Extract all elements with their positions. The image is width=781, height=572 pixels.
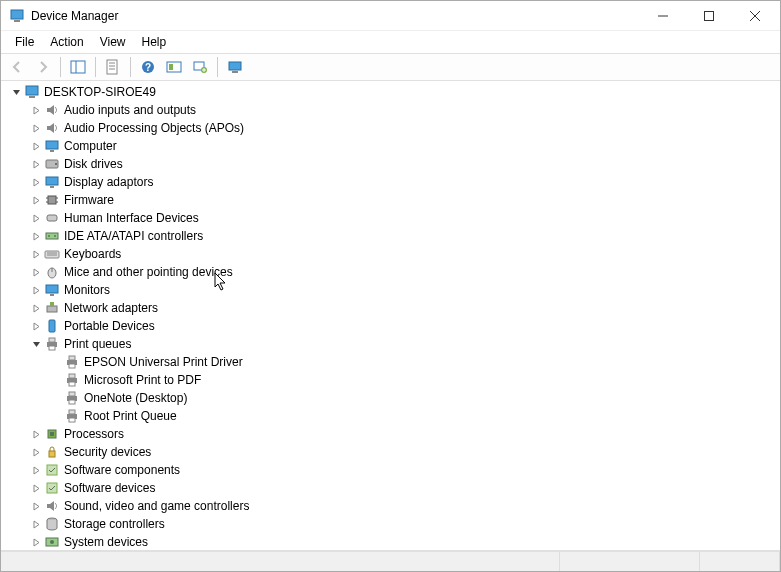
chevron-right-icon[interactable] xyxy=(29,139,43,153)
tree-category[interactable]: Computer xyxy=(5,137,780,155)
tree-node-label: Keyboards xyxy=(64,247,121,261)
device-tree[interactable]: DESKTOP-SIROE49Audio inputs and outputsA… xyxy=(1,81,780,551)
chevron-right-icon[interactable] xyxy=(29,283,43,297)
svg-rect-46 xyxy=(49,320,55,332)
chevron-right-icon[interactable] xyxy=(29,319,43,333)
tree-device[interactable]: OneNote (Desktop) xyxy=(5,389,780,407)
tree-category[interactable]: Sound, video and game controllers xyxy=(5,497,780,515)
monitor-icon xyxy=(44,282,60,298)
svg-rect-8 xyxy=(107,60,117,74)
storage-icon xyxy=(44,516,60,532)
tree-device[interactable]: Microsoft Print to PDF xyxy=(5,371,780,389)
tree-category[interactable]: Network adapters xyxy=(5,299,780,317)
chevron-right-icon[interactable] xyxy=(29,445,43,459)
forward-button[interactable] xyxy=(31,55,55,79)
remote-computer-button[interactable] xyxy=(223,55,247,79)
menu-help[interactable]: Help xyxy=(134,33,175,51)
tree-category[interactable]: Keyboards xyxy=(5,245,780,263)
chip-icon xyxy=(44,192,60,208)
menu-view[interactable]: View xyxy=(92,33,134,51)
chevron-right-icon[interactable] xyxy=(29,121,43,135)
tree-node-label: Software devices xyxy=(64,481,155,495)
update-driver-button[interactable] xyxy=(162,55,186,79)
tree-category[interactable]: Human Interface Devices xyxy=(5,209,780,227)
security-icon xyxy=(44,444,60,460)
help-button[interactable]: ? xyxy=(136,55,160,79)
tree-category[interactable]: Storage controllers xyxy=(5,515,780,533)
statusbar-cell xyxy=(560,552,700,571)
tree-node-label: Monitors xyxy=(64,283,110,297)
chevron-right-icon[interactable] xyxy=(29,103,43,117)
menu-file[interactable]: File xyxy=(7,33,42,51)
chevron-right-icon[interactable] xyxy=(29,301,43,315)
tree-category[interactable]: Processors xyxy=(5,425,780,443)
scan-hardware-button[interactable] xyxy=(188,55,212,79)
chevron-right-icon[interactable] xyxy=(29,499,43,513)
tree-node-label: OneNote (Desktop) xyxy=(84,391,187,405)
toolbar-separator xyxy=(95,57,96,77)
svg-rect-43 xyxy=(50,294,54,296)
chevron-right-icon[interactable] xyxy=(29,535,43,549)
software-icon xyxy=(44,462,60,478)
tree-category[interactable]: Portable Devices xyxy=(5,317,780,335)
chevron-right-icon[interactable] xyxy=(29,481,43,495)
app-icon xyxy=(9,8,25,24)
tree-node-label: Security devices xyxy=(64,445,151,459)
tree-node-label: Disk drives xyxy=(64,157,123,171)
svg-rect-33 xyxy=(47,215,57,221)
tree-category[interactable]: IDE ATA/ATAPI controllers xyxy=(5,227,780,245)
tree-category[interactable]: Audio inputs and outputs xyxy=(5,101,780,119)
back-button[interactable] xyxy=(5,55,29,79)
printer-icon xyxy=(64,408,80,424)
chevron-right-icon[interactable] xyxy=(29,175,43,189)
tree-category[interactable]: Display adaptors xyxy=(5,173,780,191)
tree-category[interactable]: Print queues xyxy=(5,335,780,353)
tree-device[interactable]: EPSON Universal Print Driver xyxy=(5,353,780,371)
maximize-button[interactable] xyxy=(686,1,732,31)
tree-category[interactable]: Software devices xyxy=(5,479,780,497)
menu-action[interactable]: Action xyxy=(42,33,91,51)
speaker-icon xyxy=(44,102,60,118)
toolbar-separator xyxy=(60,57,61,77)
chevron-right-icon[interactable] xyxy=(29,157,43,171)
tree-device[interactable]: Root Print Queue xyxy=(5,407,780,425)
svg-point-35 xyxy=(48,235,50,237)
printer-icon xyxy=(64,354,80,370)
chevron-right-icon[interactable] xyxy=(29,247,43,261)
tree-category[interactable]: Security devices xyxy=(5,443,780,461)
tree-category[interactable]: Disk drives xyxy=(5,155,780,173)
tree-category[interactable]: System devices xyxy=(5,533,780,551)
chevron-right-icon[interactable] xyxy=(29,193,43,207)
portable-icon xyxy=(44,318,60,334)
tree-node-label: Root Print Queue xyxy=(84,409,177,423)
chevron-down-icon[interactable] xyxy=(29,337,43,351)
tree-node-label: Print queues xyxy=(64,337,131,351)
tree-category[interactable]: Mice and other pointing devices xyxy=(5,263,780,281)
svg-rect-48 xyxy=(49,338,55,342)
close-button[interactable] xyxy=(732,1,778,31)
svg-rect-19 xyxy=(232,71,238,73)
tree-node-label: System devices xyxy=(64,535,148,549)
monitor-icon xyxy=(44,138,60,154)
chevron-down-icon[interactable] xyxy=(9,85,23,99)
tree-category[interactable]: Software components xyxy=(5,461,780,479)
chevron-right-icon[interactable] xyxy=(29,463,43,477)
chevron-right-icon[interactable] xyxy=(29,229,43,243)
svg-rect-18 xyxy=(229,62,241,70)
tree-category[interactable]: Monitors xyxy=(5,281,780,299)
tree-node-label: Processors xyxy=(64,427,124,441)
printer-icon xyxy=(44,336,60,352)
chevron-right-icon[interactable] xyxy=(29,211,43,225)
chevron-right-icon[interactable] xyxy=(29,427,43,441)
tree-category[interactable]: Firmware xyxy=(5,191,780,209)
tree-root[interactable]: DESKTOP-SIROE49 xyxy=(5,83,780,101)
tree-category[interactable]: Audio Processing Objects (APOs) xyxy=(5,119,780,137)
speaker-icon xyxy=(44,120,60,136)
statusbar xyxy=(1,551,780,571)
chevron-right-icon[interactable] xyxy=(29,265,43,279)
chevron-right-icon[interactable] xyxy=(29,517,43,531)
tree-node-label: Microsoft Print to PDF xyxy=(84,373,201,387)
minimize-button[interactable] xyxy=(640,1,686,31)
properties-button[interactable] xyxy=(101,55,125,79)
show-hide-tree-button[interactable] xyxy=(66,55,90,79)
